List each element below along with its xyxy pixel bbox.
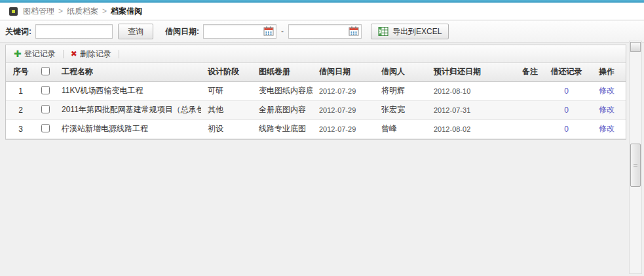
delete-record-label: 删除记录 [80,49,111,60]
record-count-link[interactable]: 0 [564,125,569,134]
row-checkbox-cell [35,119,55,138]
module-icon [9,7,18,16]
expected-return-date: 2012-07-31 [427,100,516,119]
drawing-volume: 线路专业底图 [252,119,313,138]
borrow-date: 2012-07-29 [313,119,375,138]
borrower: 张宏宽 [375,100,427,119]
breadcrumb-item-current: 档案借阅 [111,6,142,17]
vertical-scrollbar[interactable] [629,41,642,274]
select-all-checkbox[interactable] [41,67,50,75]
edit-link[interactable]: 修改 [599,124,615,133]
row-number: 2 [6,100,35,119]
scrollbar-grip [634,164,637,167]
design-phase: 其他 [201,100,252,119]
filter-bar: 关键词: 查询 借阅日期: - [0,21,644,43]
register-record-button[interactable]: ✚ 登记记录 [11,49,58,60]
breadcrumb-separator: > [102,7,107,16]
plus-icon: ✚ [14,49,22,58]
excel-icon [378,26,388,37]
col-header-no: 序号 [6,63,35,81]
row-number: 3 [6,119,35,138]
borrower: 将明辉 [375,81,427,100]
col-header-borrow-date: 借阅日期 [313,63,375,81]
delete-record-button[interactable]: ✖ 删除记录 [68,49,114,60]
design-phase: 初设 [201,119,252,138]
col-header-record-count: 借还记录 [545,63,588,81]
calendar-icon[interactable] [349,26,359,37]
borrow-date-label: 借阅日期: [165,26,199,37]
record-count-cell: 0 [545,100,588,119]
red-x-icon: ✖ [71,50,77,58]
record-count-link[interactable]: 0 [564,87,569,96]
col-header-volume: 图纸卷册 [252,63,313,81]
table-row: 2 2011年第四批配网基建常规项目（总承包）（福田） 其他 全册底图内容 20… [6,100,626,119]
edit-link[interactable]: 修改 [599,86,615,95]
toolbar-divider [119,50,119,58]
expected-return-date: 2012-08-10 [427,81,516,100]
remark [516,119,545,138]
drawing-volume: 变电图纸内容底图 [252,81,313,100]
edit-link[interactable]: 修改 [599,105,615,114]
breadcrumb-item-drawing-management[interactable]: 图档管理 [23,6,54,17]
breadcrumb-separator: > [58,7,63,16]
row-checkbox-cell [35,100,55,119]
borrow-date: 2012-07-29 [313,100,375,119]
scrollbar-top-button[interactable] [630,42,641,52]
calendar-icon[interactable] [263,26,274,37]
app-window: 图档管理 > 纸质档案 > 档案借阅 关键词: 查询 借阅日期: - [0,0,644,276]
remark [516,81,545,100]
borrower: 曾峰 [375,119,427,138]
borrow-date: 2012-07-29 [313,81,375,100]
project-name: 柠溪站新增电源线路工程 [55,119,201,138]
scrollbar-thumb[interactable] [630,144,641,187]
row-checkbox[interactable] [41,105,50,113]
export-excel-label: 导出到EXCEL [392,26,442,37]
drawing-volume: 全册底图内容 [252,100,313,119]
table-row: 3 柠溪站新增电源线路工程 初设 线路专业底图 2012-07-29 曾峰 20… [6,119,626,138]
export-excel-button[interactable]: 导出到EXCEL [371,24,449,39]
records-toolbar: ✚ 登记记录 ✖ 删除记录 [6,45,626,63]
date-from-field [203,24,276,39]
col-header-action: 操作 [588,63,626,81]
module-icon-dot [12,10,15,13]
keyword-input[interactable] [35,24,113,39]
col-header-project: 工程名称 [55,63,201,81]
toolbar-divider [63,50,64,58]
action-cell: 修改 [588,119,626,138]
date-range-separator: - [281,27,284,36]
table-row: 1 11KV机场西输变电工程 可研 变电图纸内容底图 2012-07-29 将明… [6,81,626,100]
row-checkbox[interactable] [41,124,50,132]
date-to-field [288,24,362,39]
col-header-remark: 备注 [516,63,545,81]
col-header-phase: 设计阶段 [201,63,252,81]
col-header-return-date: 预计归还日期 [427,63,516,81]
record-count-cell: 0 [545,81,588,100]
register-record-label: 登记记录 [24,49,56,60]
action-cell: 修改 [588,100,626,119]
breadcrumb-item-paper-archive[interactable]: 纸质档案 [67,6,98,17]
record-count-link[interactable]: 0 [564,106,569,115]
col-header-select-all [35,63,55,81]
table-header-row: 序号 工程名称 设计阶段 图纸卷册 借阅日期 借阅人 预计归还日期 备注 借还记… [6,63,626,81]
query-button[interactable]: 查询 [118,24,153,39]
row-checkbox-cell [35,81,55,100]
row-checkbox[interactable] [41,86,50,94]
remark [516,100,545,119]
keyword-label: 关键词: [5,26,31,37]
borrow-records-table: 序号 工程名称 设计阶段 图纸卷册 借阅日期 借阅人 预计归还日期 备注 借还记… [6,63,626,139]
project-name: 2011年第四批配网基建常规项目（总承包）（福田） [55,100,201,119]
row-number: 1 [6,81,35,100]
expected-return-date: 2012-08-02 [427,119,516,138]
col-header-borrower: 借阅人 [375,63,427,81]
project-name: 11KV机场西输变电工程 [55,81,201,100]
breadcrumb: 图档管理 > 纸质档案 > 档案借阅 [0,3,644,20]
action-cell: 修改 [588,81,626,100]
design-phase: 可研 [201,81,252,100]
records-panel: ✚ 登记记录 ✖ 删除记录 序号 工程名称 设计阶段 [5,45,626,140]
record-count-cell: 0 [545,119,588,138]
